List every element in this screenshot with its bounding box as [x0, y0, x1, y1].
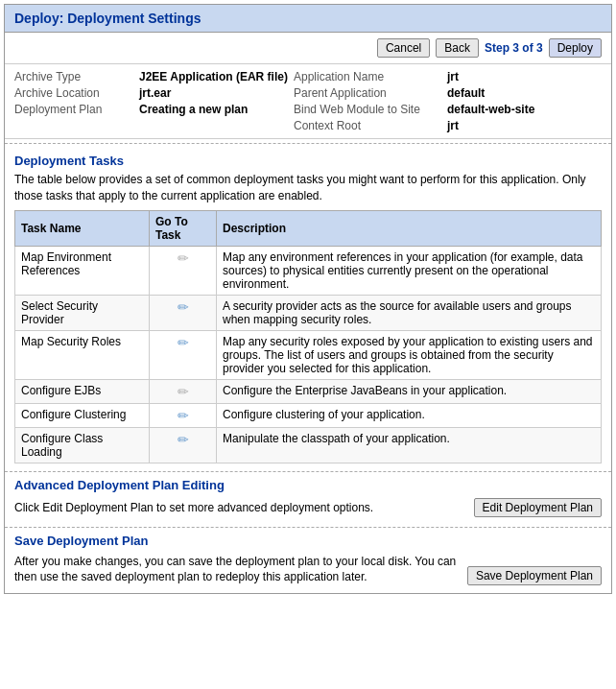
archive-type-value: J2EE Application (EAR file)	[139, 70, 294, 83]
back-button[interactable]: Back	[436, 38, 479, 58]
table-row: Select Security Provider✏A security prov…	[15, 295, 602, 330]
task-name-cell: Configure Clustering	[15, 403, 150, 427]
goto-cell: ✏	[150, 246, 217, 295]
context-root-label-empty	[14, 119, 139, 132]
table-row: Configure Clustering✏Configure clusterin…	[15, 403, 602, 427]
deployment-plan-value: Creating a new plan	[139, 103, 294, 116]
toolbar: Cancel Back Step 3 of 3 Deploy	[5, 33, 611, 64]
task-table: Task Name Go To Task Description Map Env…	[14, 210, 602, 463]
context-root-label: Context Root	[294, 119, 447, 132]
advanced-title: Advanced Deployment Plan Editing	[5, 472, 611, 494]
advanced-desc: Click Edit Deployment Plan to set more a…	[14, 501, 464, 514]
context-root-value: jrt	[447, 119, 602, 132]
desc-cell: A security provider acts as the source f…	[217, 295, 602, 330]
bind-web-value: default-web-site	[447, 103, 602, 116]
edit-icon[interactable]: ✏	[178, 299, 189, 315]
bind-web-label: Bind Web Module to Site	[294, 103, 447, 116]
info-grid: Archive Type J2EE Application (EAR file)…	[5, 64, 611, 139]
goto-cell: ✏	[150, 379, 217, 403]
edit-icon[interactable]: ✏	[178, 335, 189, 350]
save-desc: After you make changes, you can save the…	[14, 554, 458, 586]
col-task-name: Task Name	[15, 210, 150, 246]
app-name-value: jrt	[447, 70, 602, 83]
goto-cell[interactable]: ✏	[150, 403, 217, 427]
edit-icon: ✏	[178, 250, 189, 266]
goto-cell[interactable]: ✏	[150, 295, 217, 330]
desc-cell: Configure clustering of your application…	[217, 403, 602, 427]
desc-cell: Manipulate the classpath of your applica…	[217, 427, 602, 463]
task-name-cell: Configure EJBs	[15, 379, 150, 403]
col-goto: Go To Task	[150, 210, 217, 246]
task-name-cell: Select Security Provider	[15, 295, 150, 330]
archive-location-value: jrt.ear	[139, 86, 294, 100]
deploy-button[interactable]: Deploy	[549, 38, 602, 58]
save-section: Save Deployment Plan After you make chan…	[5, 527, 611, 594]
edit-icon[interactable]: ✏	[178, 408, 189, 423]
goto-cell[interactable]: ✏	[150, 427, 217, 463]
goto-cell[interactable]: ✏	[150, 330, 217, 379]
page-title: Deploy: Deployment Settings	[5, 5, 611, 33]
desc-cell: Map any security roles exposed by your a…	[217, 330, 602, 379]
save-desc-row: After you make changes, you can save the…	[5, 550, 611, 594]
cancel-button[interactable]: Cancel	[377, 38, 430, 58]
advanced-section: Advanced Deployment Plan Editing Click E…	[5, 471, 611, 525]
deployment-tasks-title: Deployment Tasks	[5, 148, 611, 170]
edit-icon[interactable]: ✏	[178, 432, 189, 447]
archive-type-label: Archive Type	[14, 70, 139, 83]
desc-cell: Configure the Enterprise JavaBeans in yo…	[217, 379, 602, 403]
table-row: Map Security Roles✏Map any security role…	[15, 330, 602, 379]
desc-cell: Map any environment references in your a…	[217, 246, 602, 295]
deployment-tasks-desc: The table below provides a set of common…	[5, 170, 611, 210]
save-deployment-plan-button[interactable]: Save Deployment Plan	[467, 566, 602, 585]
edit-icon: ✏	[178, 384, 189, 399]
task-name-cell: Configure Class Loading	[15, 427, 150, 463]
parent-app-label: Parent Application	[294, 86, 447, 100]
divider-1	[5, 143, 611, 144]
save-title: Save Deployment Plan	[5, 528, 611, 550]
edit-deployment-plan-button[interactable]: Edit Deployment Plan	[474, 498, 602, 517]
deployment-plan-label: Deployment Plan	[14, 103, 139, 116]
archive-location-label: Archive Location	[14, 86, 139, 100]
task-name-cell: Map Environment References	[15, 246, 150, 295]
col-desc: Description	[217, 210, 602, 246]
table-row: Configure EJBs✏Configure the Enterprise …	[15, 379, 602, 403]
table-row: Configure Class Loading✏Manipulate the c…	[15, 427, 602, 463]
task-name-cell: Map Security Roles	[15, 330, 150, 379]
page-container: Deploy: Deployment Settings Cancel Back …	[4, 4, 612, 594]
step-indicator: Step 3 of 3	[485, 41, 543, 55]
app-name-label: Application Name	[294, 70, 447, 83]
advanced-desc-row: Click Edit Deployment Plan to set more a…	[5, 494, 611, 525]
parent-app-value: default	[447, 86, 602, 100]
table-row: Map Environment References✏Map any envir…	[15, 246, 602, 295]
